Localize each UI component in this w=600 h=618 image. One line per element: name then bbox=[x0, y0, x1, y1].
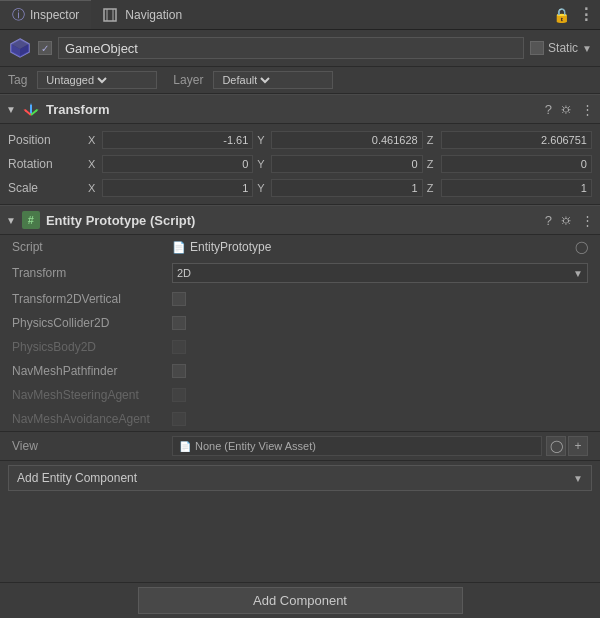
entity-transform-label: Transform bbox=[12, 266, 172, 280]
entity-transform-dropdown[interactable]: 2D ▼ bbox=[172, 263, 588, 283]
scale-z-letter: Z bbox=[427, 182, 439, 194]
field-label-0: Transform2DVertical bbox=[12, 292, 172, 306]
script-file-icon: 📄 bbox=[172, 241, 186, 254]
view-actions: ◯ + bbox=[546, 436, 588, 456]
navigation-icon bbox=[103, 8, 117, 22]
svg-rect-0 bbox=[104, 9, 116, 21]
entity-help-icon[interactable]: ? bbox=[545, 213, 552, 228]
position-y-input[interactable] bbox=[271, 131, 422, 149]
rotation-y-input[interactable] bbox=[271, 155, 422, 173]
scale-x-input[interactable] bbox=[102, 179, 253, 197]
field-checkbox-1[interactable] bbox=[172, 316, 186, 330]
field-checkbox-0[interactable] bbox=[172, 292, 186, 306]
view-target-icon[interactable]: ◯ bbox=[546, 436, 566, 456]
transform-section: Position X Y Z Rotation X bbox=[0, 124, 600, 205]
view-field: 📄 None (Entity View Asset) bbox=[172, 436, 542, 456]
transform-title: Transform bbox=[46, 102, 539, 117]
field-label-1: PhysicsCollider2D bbox=[12, 316, 172, 330]
position-y-item: Y bbox=[257, 131, 422, 149]
position-z-letter: Z bbox=[427, 134, 439, 146]
field-row-2: PhysicsBody2D bbox=[0, 335, 600, 359]
field-checkbox-5[interactable] bbox=[172, 412, 186, 426]
view-label: View bbox=[12, 439, 172, 453]
checkbox-check-mark: ✓ bbox=[41, 43, 49, 54]
transform-help-icon[interactable]: ? bbox=[545, 102, 552, 117]
svg-marker-10 bbox=[30, 103, 32, 106]
add-component-button[interactable]: Add Component bbox=[138, 587, 463, 614]
layer-label: Layer bbox=[173, 73, 203, 87]
transform-collapse-arrow[interactable]: ▼ bbox=[6, 104, 16, 115]
scale-label: Scale bbox=[8, 181, 88, 195]
position-label: Position bbox=[8, 133, 88, 147]
add-entity-label: Add Entity Component bbox=[17, 471, 137, 485]
gameobject-bar: ✓ Static ▼ bbox=[0, 30, 600, 67]
static-dropdown-arrow[interactable]: ▼ bbox=[582, 43, 592, 54]
script-pick-icon[interactable]: ◯ bbox=[575, 240, 588, 254]
rotation-z-input[interactable] bbox=[441, 155, 592, 173]
entity-section-header: ▼ # Entity Prototype (Script) ? ⛭ ⋮ bbox=[0, 205, 600, 235]
svg-marker-11 bbox=[23, 110, 26, 113]
gameobject-icon bbox=[8, 36, 32, 60]
tag-dropdown[interactable]: Untagged bbox=[37, 71, 157, 89]
lock-icon[interactable]: 🔒 bbox=[553, 7, 570, 23]
field-label-4: NavMeshSteeringAgent bbox=[12, 388, 172, 402]
rotation-y-letter: Y bbox=[257, 158, 269, 170]
entity-section: Script 📄 EntityPrototype ◯ Transform 2D … bbox=[0, 235, 600, 495]
position-z-item: Z bbox=[427, 131, 592, 149]
scale-y-input[interactable] bbox=[271, 179, 422, 197]
entity-transform-selected: 2D bbox=[177, 267, 573, 279]
entity-menu-icon[interactable]: ⋮ bbox=[581, 213, 594, 228]
entity-collapse-arrow[interactable]: ▼ bbox=[6, 215, 16, 226]
field-checkbox-4[interactable] bbox=[172, 388, 186, 402]
rotation-x-input[interactable] bbox=[102, 155, 253, 173]
position-x-letter: X bbox=[88, 134, 100, 146]
scale-x-letter: X bbox=[88, 182, 100, 194]
position-x-input[interactable] bbox=[102, 131, 253, 149]
tab-inspector[interactable]: ⓘ Inspector bbox=[0, 0, 91, 29]
tab-navigation[interactable]: Navigation bbox=[91, 0, 194, 29]
field-row-5: NavMeshAvoidanceAgent bbox=[0, 407, 600, 431]
transform-menu-icon[interactable]: ⋮ bbox=[581, 102, 594, 117]
navigation-tab-label: Navigation bbox=[125, 8, 182, 22]
field-checkbox-2[interactable] bbox=[172, 340, 186, 354]
view-add-icon[interactable]: + bbox=[568, 436, 588, 456]
rotation-z-item: Z bbox=[427, 155, 592, 173]
entity-transform-row: Transform 2D ▼ bbox=[0, 259, 600, 287]
script-value: EntityPrototype bbox=[190, 240, 271, 254]
tag-label: Tag bbox=[8, 73, 27, 87]
field-row-4: NavMeshSteeringAgent bbox=[0, 383, 600, 407]
add-entity-row: Add Entity Component ▼ bbox=[0, 460, 600, 495]
gameobject-name-input[interactable] bbox=[58, 37, 524, 59]
transform-actions: ? ⛭ ⋮ bbox=[545, 102, 594, 117]
scale-y-item: Y bbox=[257, 179, 422, 197]
tab-bar-actions: 🔒 ⋮ bbox=[553, 5, 600, 24]
entity-settings-icon[interactable]: ⛭ bbox=[560, 213, 573, 228]
layer-select[interactable]: Default bbox=[218, 73, 273, 87]
scale-row: Scale X Y Z bbox=[0, 176, 600, 200]
tag-select[interactable]: Untagged bbox=[42, 73, 110, 87]
transform-settings-icon[interactable]: ⛭ bbox=[560, 102, 573, 117]
rotation-x-item: X bbox=[88, 155, 253, 173]
layer-dropdown[interactable]: Default bbox=[213, 71, 333, 89]
add-component-bar: Add Component bbox=[0, 582, 600, 618]
gameobject-enabled-checkbox[interactable]: ✓ bbox=[38, 41, 52, 55]
script-value-area: 📄 EntityPrototype ◯ bbox=[172, 240, 588, 254]
static-checkbox[interactable] bbox=[530, 41, 544, 55]
entity-transform-value: 2D ▼ bbox=[172, 263, 588, 283]
tab-bar: ⓘ Inspector Navigation 🔒 ⋮ bbox=[0, 0, 600, 30]
menu-icon[interactable]: ⋮ bbox=[578, 5, 594, 24]
position-x-item: X bbox=[88, 131, 253, 149]
transform-section-header: ▼ Transform ? ⛭ ⋮ bbox=[0, 94, 600, 124]
script-label: Script bbox=[12, 240, 172, 254]
script-row: Script 📄 EntityPrototype ◯ bbox=[0, 235, 600, 259]
field-row-3: NavMeshPathfinder bbox=[0, 359, 600, 383]
add-entity-arrow: ▼ bbox=[573, 473, 583, 484]
tag-layer-bar: Tag Untagged Layer Default bbox=[0, 67, 600, 94]
scale-z-input[interactable] bbox=[441, 179, 592, 197]
add-entity-dropdown[interactable]: Add Entity Component ▼ bbox=[8, 465, 592, 491]
inspector-tab-label: Inspector bbox=[30, 8, 79, 22]
transform-axes-icon bbox=[22, 100, 40, 118]
entity-script-icon: # bbox=[22, 211, 40, 229]
field-checkbox-3[interactable] bbox=[172, 364, 186, 378]
position-z-input[interactable] bbox=[441, 131, 592, 149]
